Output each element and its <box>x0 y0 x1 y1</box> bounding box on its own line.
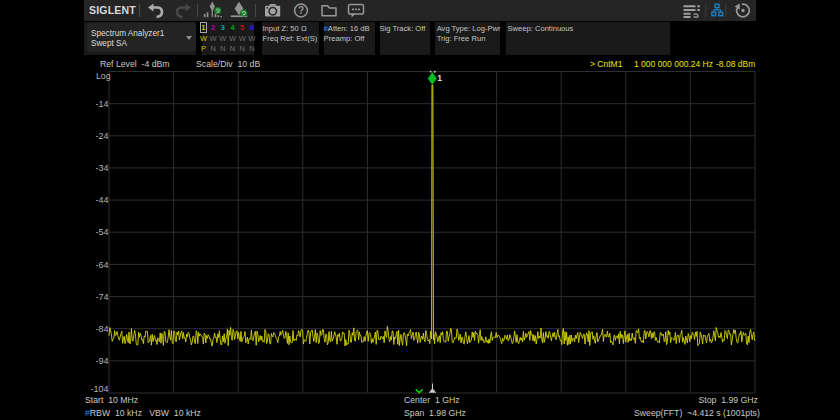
svg-text:1: 1 <box>437 73 442 83</box>
